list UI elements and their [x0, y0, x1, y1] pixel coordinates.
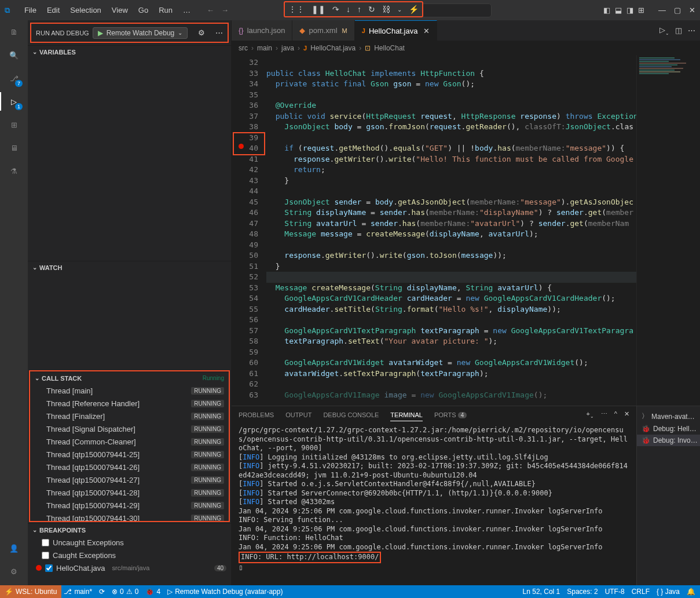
settings-gear-icon[interactable]: ⚙	[7, 564, 21, 578]
terminal-instance[interactable]: 〉 Maven-avat…	[637, 410, 700, 423]
thread-row[interactable]: Thread [qtp1500079441-27]RUNNING	[30, 473, 229, 486]
crumb[interactable]: HelloChat	[374, 44, 405, 52]
line-number[interactable]: 34	[232, 79, 258, 90]
breakpoint-caught[interactable]: Caught Exceptions	[28, 549, 231, 561]
line-number[interactable]: 37	[232, 111, 258, 122]
line-number[interactable]: 32	[232, 57, 258, 68]
debug-status[interactable]: ▷ Remote Watch Debug (avatar-app)	[167, 588, 283, 596]
line-number[interactable]: 55	[232, 304, 258, 315]
line-number[interactable]: 35	[232, 90, 258, 101]
thread-row[interactable]: Thread [qtp1500079441-26]RUNNING	[30, 461, 229, 473]
eol[interactable]: CRLF	[632, 588, 650, 596]
nav-back-icon[interactable]: ←	[207, 6, 214, 14]
line-number[interactable]: 51	[232, 261, 258, 272]
sync-icon[interactable]: ⟳	[99, 588, 105, 596]
menu-run[interactable]: Run	[154, 3, 177, 17]
tab-hellochat-java[interactable]: JHelloChat.java✕	[355, 20, 438, 41]
accounts-icon[interactable]: 👤	[7, 541, 21, 555]
callstack-section-header[interactable]: ⌄CALL STACKRunning	[30, 371, 229, 384]
extensions-icon[interactable]: ⊞	[7, 118, 21, 132]
line-number[interactable]: 46	[232, 207, 258, 218]
split-editor-icon[interactable]: ◫	[675, 26, 682, 35]
source-control-icon[interactable]: ⎇7	[7, 71, 21, 85]
step-into-button[interactable]: ↓	[346, 5, 350, 14]
line-number[interactable]: 50	[232, 250, 258, 261]
step-out-button[interactable]: ↑	[357, 5, 361, 14]
step-over-button[interactable]: ↷	[332, 5, 339, 14]
line-number[interactable]: 48	[232, 229, 258, 240]
menu-go[interactable]: Go	[134, 3, 153, 17]
more-icon[interactable]: ⋯	[601, 410, 607, 419]
debug-sessions[interactable]: 🐞 4	[145, 588, 160, 596]
debug-dropdown-icon[interactable]: ⌄	[397, 6, 402, 13]
run-debug-icon[interactable]: ▷1	[7, 94, 21, 108]
new-terminal-icon[interactable]: +⌄	[586, 410, 593, 419]
line-number[interactable]: 41	[232, 154, 258, 165]
thread-row[interactable]: Thread [Finalizer]RUNNING	[30, 410, 229, 422]
gutter[interactable]: 3233343536373839404142434445464748495051…	[232, 55, 266, 406]
menu-more[interactable]: …	[178, 3, 195, 17]
close-icon[interactable]: ✕	[423, 27, 430, 35]
nav-forward-icon[interactable]: →	[221, 6, 229, 14]
terminal-instance[interactable]: 🐞 Debug: Invo…	[637, 435, 700, 446]
line-number[interactable]: 56	[232, 315, 258, 326]
drag-handle-icon[interactable]: ⋮⋮	[288, 5, 305, 14]
tab-problems[interactable]: PROBLEMS	[239, 409, 274, 421]
checkbox[interactable]	[45, 564, 53, 572]
terminal-instance[interactable]: 🐞 Debug: Hell…	[637, 423, 700, 435]
crumb[interactable]: src	[239, 44, 248, 52]
line-number[interactable]: 42	[232, 165, 258, 176]
encoding[interactable]: UTF-8	[605, 588, 625, 596]
thread-row[interactable]: Thread [Common-Cleaner]RUNNING	[30, 435, 229, 448]
thread-row[interactable]: Thread [qtp1500079441-25]RUNNING	[30, 448, 229, 461]
minimap[interactable]	[636, 55, 700, 406]
pause-button[interactable]: ❚❚	[311, 5, 325, 14]
breakpoint-uncaught[interactable]: Uncaught Exceptions	[28, 536, 231, 549]
explorer-icon[interactable]: 🗎	[7, 25, 21, 39]
line-number[interactable]: 43	[232, 176, 258, 187]
checkbox[interactable]	[42, 552, 49, 559]
testing-icon[interactable]: ⚗	[7, 164, 21, 178]
crumb[interactable]: HelloChat.java	[310, 44, 356, 52]
terminal-output[interactable]: /grpc/grpc-context/1.27.2/grpc-context-1…	[232, 424, 636, 585]
remote-explorer-icon[interactable]: 🖥	[7, 141, 21, 155]
disconnect-button[interactable]: ⛓	[382, 5, 390, 14]
line-number[interactable]: 54	[232, 293, 258, 304]
window-close-icon[interactable]: ✕	[689, 6, 695, 14]
checkbox[interactable]	[42, 539, 49, 546]
layout-panel-icon[interactable]: ⬓	[615, 6, 622, 14]
cursor-position[interactable]: Ln 52, Col 1	[523, 588, 560, 596]
restart-button[interactable]: ↻	[368, 5, 375, 14]
breakpoint-dot-icon[interactable]	[239, 144, 244, 149]
hot-reload-button[interactable]: ⚡	[409, 5, 419, 14]
line-number[interactable]: 62	[232, 379, 258, 390]
menu-selection[interactable]: Selection	[65, 3, 105, 17]
layout-customize-icon[interactable]: ⊞	[638, 6, 644, 14]
tab-output[interactable]: OUTPUT	[285, 409, 311, 421]
tab-ports[interactable]: PORTS4	[434, 409, 467, 421]
crumb[interactable]: main	[257, 44, 272, 52]
tab-terminal[interactable]: TERMINAL	[390, 409, 423, 421]
line-number[interactable]: 49	[232, 240, 258, 251]
line-number[interactable]: 47	[232, 218, 258, 229]
variables-section-header[interactable]: ⌄VARIABLES	[28, 45, 231, 58]
maximize-panel-icon[interactable]: ^	[614, 410, 617, 419]
gear-icon[interactable]: ⚙	[198, 28, 205, 37]
tab-launch-json[interactable]: {}launch.json	[232, 20, 292, 41]
breakpoint-file[interactable]: HelloChat.javasrc/main/java40	[28, 561, 231, 574]
layout-sidebar-left-icon[interactable]: ◧	[603, 6, 610, 14]
line-number[interactable]: 63	[232, 390, 258, 401]
thread-row[interactable]: Thread [main]RUNNING	[30, 384, 229, 397]
remote-indicator[interactable]: ⚡ WSL: Ubuntu	[0, 585, 61, 598]
thread-row[interactable]: Thread [qtp1500079441-28]RUNNING	[30, 486, 229, 499]
menu-view[interactable]: View	[107, 3, 133, 17]
notifications-icon[interactable]: 🔔	[687, 588, 695, 596]
line-number[interactable]: 60	[232, 358, 258, 369]
run-button-icon[interactable]: ▷⌄	[659, 25, 669, 36]
line-number[interactable]: 57	[232, 326, 258, 337]
more-icon[interactable]: ⋯	[215, 28, 223, 37]
thread-row[interactable]: Thread [Signal Dispatcher]RUNNING	[30, 422, 229, 435]
indentation[interactable]: Spaces: 2	[567, 588, 598, 596]
search-icon[interactable]: 🔍	[7, 48, 21, 62]
more-icon[interactable]: ⋯	[688, 26, 695, 35]
